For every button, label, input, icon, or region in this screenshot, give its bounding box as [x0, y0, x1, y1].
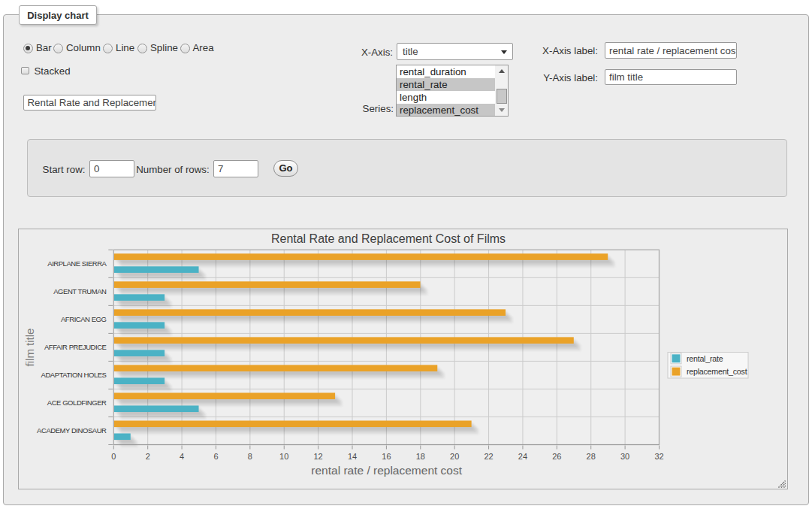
svg-text:26: 26	[552, 452, 561, 461]
svg-text:4: 4	[180, 452, 184, 461]
svg-text:22: 22	[484, 452, 493, 461]
svg-text:10: 10	[279, 452, 288, 461]
svg-text:AFFAIR PREJUDICE: AFFAIR PREJUDICE	[44, 343, 107, 351]
svg-text:replacement_cost: replacement_cost	[687, 367, 747, 376]
svg-text:6: 6	[213, 452, 218, 461]
svg-text:AIRPLANE SIERRA: AIRPLANE SIERRA	[47, 259, 107, 268]
svg-text:32: 32	[654, 452, 663, 461]
svg-text:ACADEMY DINOSAUR: ACADEMY DINOSAUR	[37, 426, 107, 435]
svg-text:18: 18	[416, 452, 425, 461]
svg-text:AFRICAN EGG: AFRICAN EGG	[61, 315, 107, 323]
svg-text:12: 12	[314, 452, 323, 461]
svg-text:rental_rate: rental_rate	[687, 354, 723, 363]
svg-text:2: 2	[146, 452, 150, 461]
svg-text:ADAPTATION HOLES: ADAPTATION HOLES	[41, 371, 107, 379]
svg-text:16: 16	[382, 452, 391, 461]
svg-text:rental rate / replacement cost: rental rate / replacement cost	[311, 464, 462, 477]
svg-text:30: 30	[620, 452, 629, 461]
svg-text:film title: film title	[23, 329, 36, 367]
svg-text:24: 24	[518, 452, 527, 461]
svg-text:0: 0	[111, 452, 116, 461]
svg-text:8: 8	[248, 452, 252, 461]
svg-text:Rental Rate and Replacement Co: Rental Rate and Replacement Cost of Film…	[271, 232, 506, 245]
svg-text:14: 14	[348, 452, 357, 461]
svg-text:AGENT TRUMAN: AGENT TRUMAN	[53, 287, 107, 295]
svg-text:28: 28	[587, 452, 596, 461]
svg-text:20: 20	[450, 452, 459, 461]
svg-text:ACE GOLDFINGER: ACE GOLDFINGER	[47, 398, 107, 407]
